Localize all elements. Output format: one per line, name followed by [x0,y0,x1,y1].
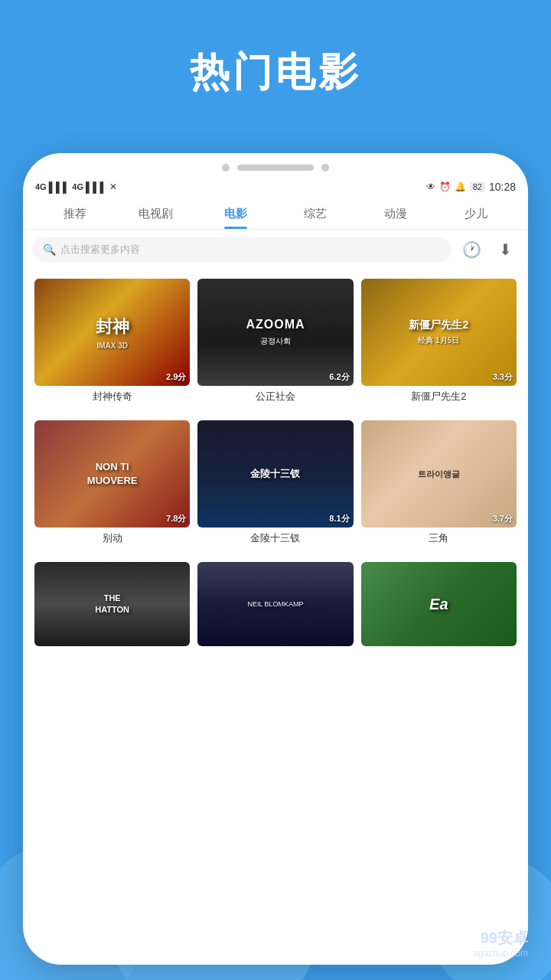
movie-item-8[interactable]: NEIL BLOMKAMP [194,559,357,654]
signal-bars: ▌▌▌ [49,181,70,193]
movie-poster-4: NON TIMUOVERE 7.8分 [34,420,190,528]
movie-score-6: 3.7分 [493,513,513,524]
poster-overlay-9: Ea [361,562,517,646]
download-button[interactable]: ⬇ [491,236,519,263]
movie-poster-3: 新僵尸先生2 经典 1月5日 3.3分 [361,279,517,386]
eye-icon: 👁 [426,181,435,192]
poster-overlay-3: 新僵尸先生2 经典 1月5日 [361,279,517,386]
search-placeholder: 点击搜索更多内容 [60,243,140,256]
movie-item-1[interactable]: 封神 IMAX 3D 2.9分 封神传奇 [31,276,194,411]
movie-title-5: 金陵十三钗 [197,531,353,545]
movie-title-2: 公正社会 [197,390,353,403]
movie-title-1: 封神传奇 [34,390,190,403]
history-button[interactable]: 🕐 [458,236,485,263]
poster-overlay-1: 封神 IMAX 3D [34,279,190,386]
movie-grid-row3: THEHATTON NEIL BLOMKAMP Ea [23,553,528,654]
tab-movie[interactable]: 电影 [195,198,276,229]
signal-text: 4G [35,182,47,191]
poster-overlay-5: 金陵十三钗 [197,420,353,528]
tabs: 推荐 电视剧 电影 综艺 动漫 少儿 [23,198,528,230]
movie-score-2: 6.2分 [329,371,349,383]
poster-overlay-6: 트라이앵글 [361,420,517,528]
status-right: 👁 ⏰ 🔔 82 10:28 [426,181,516,193]
movie-grid-row2: NON TIMUOVERE 7.8分 别动 金陵十三钗 8.1分 金陵十三钗 [23,411,528,553]
movie-item-5[interactable]: 金陵十三钗 8.1分 金陵十三钗 [194,417,357,553]
tab-recommend[interactable]: 推荐 [35,198,116,229]
movie-score-1: 2.9分 [166,371,186,383]
phone-dot-left [222,164,230,172]
movie-title-3: 新僵尸先生2 [361,390,517,403]
search-bar: 🔍 点击搜索更多内容 🕐 ⬇ [23,230,528,270]
movie-item-2[interactable]: AZOOMA 공정사회 6.2分 公正社会 [194,276,357,411]
movie-item-3[interactable]: 新僵尸先生2 经典 1月5日 3.3分 新僵尸先生2 [357,276,520,411]
search-input-wrapper[interactable]: 🔍 点击搜索更多内容 [32,237,452,262]
watermark: 99安卓 agazhuo.com [473,928,528,959]
movie-score-5: 8.1分 [329,513,349,524]
movie-item-7[interactable]: THEHATTON [31,559,194,654]
phone-frame: 4G ▌▌▌ 4G ▌▌▌ ✕ 👁 ⏰ 🔔 82 10:28 推荐 电视剧 电影… [23,153,528,965]
poster-overlay-8: NEIL BLOMKAMP [197,562,353,646]
movie-poster-1: 封神 IMAX 3D 2.9分 [34,279,190,386]
alarm-icon: ⏰ [439,181,451,192]
status-left: 4G ▌▌▌ 4G ▌▌▌ ✕ [35,181,117,193]
movie-score-3: 3.3分 [493,371,513,383]
movie-title-4: 别动 [34,531,190,545]
tab-variety[interactable]: 综艺 [276,198,356,229]
no-signal-icon: ✕ [109,181,117,192]
phone-dot-right [321,164,329,172]
movie-poster-9: Ea [361,562,517,646]
phone-top-bar [23,153,528,178]
poster-overlay-7: THEHATTON [34,562,190,646]
movie-poster-7: THEHATTON [34,562,190,646]
poster-overlay-2: AZOOMA 공정사회 [197,279,353,386]
tab-kids[interactable]: 少儿 [435,198,516,229]
page-title: 热门电影 [0,0,551,122]
movie-item-6[interactable]: 트라이앵글 3.7分 三角 [357,417,520,553]
movie-score-4: 7.8分 [166,513,186,524]
movie-grid-row1: 封神 IMAX 3D 2.9分 封神传奇 AZOOMA 공정사회 6.2分 公正… [23,270,528,411]
movie-poster-5: 金陵十三钗 8.1分 [197,420,353,528]
movie-poster-2: AZOOMA 공정사회 6.2分 [197,279,353,386]
signal-bars2: ▌▌▌ [86,181,107,193]
movie-poster-8: NEIL BLOMKAMP [197,562,353,646]
search-icon: 🔍 [43,243,56,256]
time-display: 10:28 [489,181,516,193]
app-content: 推荐 电视剧 电影 综艺 动漫 少儿 🔍 点击搜索更多内容 🕐 ⬇ 封神 [23,198,528,654]
poster-overlay-4: NON TIMUOVERE [34,420,190,528]
mute-icon: 🔔 [455,181,466,192]
movie-poster-6: 트라이앵글 3.7分 [361,420,517,528]
battery-badge: 82 [470,181,485,192]
tab-anime[interactable]: 动漫 [356,198,436,229]
movie-title-6: 三角 [361,531,517,545]
signal-text2: 4G [72,182,83,191]
status-bar: 4G ▌▌▌ 4G ▌▌▌ ✕ 👁 ⏰ 🔔 82 10:28 [23,178,528,198]
movie-item-9[interactable]: Ea [357,559,520,654]
tab-tv[interactable]: 电视剧 [116,198,196,229]
movie-item-4[interactable]: NON TIMUOVERE 7.8分 别动 [31,417,194,553]
phone-speaker [237,165,314,171]
